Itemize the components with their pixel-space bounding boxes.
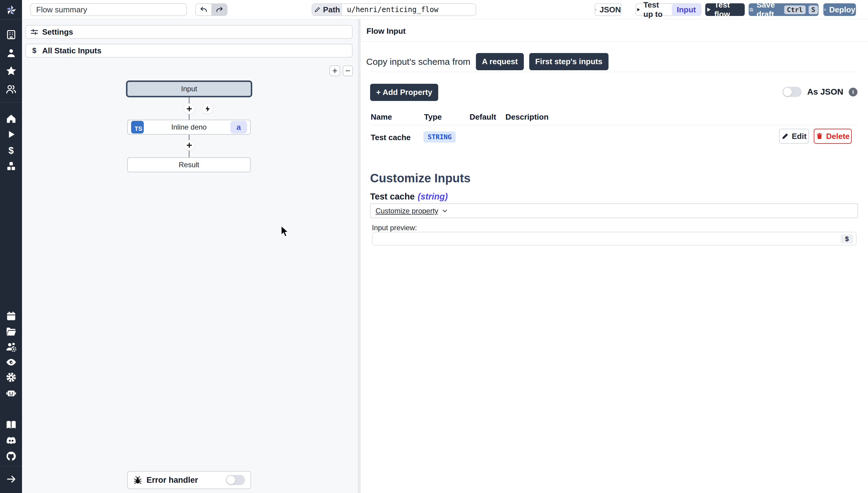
redo-icon [216,6,223,14]
calendar-icon[interactable] [6,311,17,322]
topbar: Path JSON Test up to Input Test flow Sav… [22,0,868,19]
test-up-to-target-badge[interactable]: Input [672,4,701,16]
info-icon[interactable]: i [849,88,858,97]
column-header-name: Name [371,112,392,122]
play-icon[interactable] [6,130,16,139]
zoom-out-label: − [345,66,350,75]
divider [372,72,858,72]
copy-schema-row: Copy input's schema from A request First… [366,53,608,70]
save-icon [824,6,826,13]
bug-icon [133,475,142,485]
all-static-inputs-button[interactable]: $ All Static Inputs [25,44,353,58]
sidebar-divider [0,466,22,466]
test-flow-label: Test flow [714,0,744,19]
cubes-icon[interactable] [6,161,17,172]
test-up-to-button[interactable]: Test up to Input [636,3,701,16]
zoom-out-button[interactable]: − [343,65,353,76]
path-group: Path [312,3,476,16]
robot-icon[interactable] [5,387,17,399]
copy-from-first-step-button[interactable]: First step's inputs [529,53,608,70]
workspace-building-icon[interactable] [6,29,17,40]
eye-icon[interactable] [5,357,17,368]
flow-settings-label: Settings [42,27,73,37]
test-up-to-label: Test up to [644,0,669,19]
pencil-icon [314,6,321,13]
error-handler-label: Error handler [147,475,221,485]
copy-schema-label: Copy input's schema from [366,57,471,67]
zoom-in-button[interactable]: + [329,65,340,76]
delete-button[interactable]: Delete [814,129,852,144]
user-icon[interactable] [6,48,17,59]
test-flow-button[interactable]: Test flow [705,3,745,16]
edit-button[interactable]: Edit [779,129,809,144]
json-button[interactable]: JSON [595,3,622,16]
copy-from-first-step-label: First step's inputs [535,57,603,66]
github-icon[interactable] [5,450,17,462]
panel-splitter[interactable] [358,19,361,493]
mouse-cursor [281,225,292,238]
dollar-icon[interactable]: $ [6,145,17,156]
gear-icon[interactable] [5,371,17,383]
column-header-description: Description [505,112,548,122]
flow-canvas[interactable]: Settings $ All Static Inputs + − Input T… [22,19,358,493]
flow-node-result[interactable]: Result [127,157,251,172]
undo-button[interactable] [196,4,212,15]
windmill-logo-icon[interactable] [5,4,18,17]
field-type: (string) [418,192,448,201]
sidebar-divider [0,102,22,103]
save-draft-label: Save draft [757,0,781,19]
as-json-toggle[interactable] [782,87,802,97]
copy-from-request-label: A request [482,57,518,66]
users-gear-icon[interactable] [5,341,17,352]
add-step-button[interactable] [184,140,195,151]
save-draft-button[interactable]: Save draft Ctrl S [748,3,819,16]
property-type-badge: STRING [424,131,456,143]
play-icon [706,7,711,13]
typescript-badge: TS [131,121,144,133]
discord-icon[interactable] [5,434,17,447]
input-preview-field[interactable] [372,232,856,245]
svg-text:$: $ [32,46,37,55]
column-header-type: Type [424,112,442,122]
flow-settings-button[interactable]: Settings [25,25,353,39]
flow-node-input[interactable]: Input [126,81,252,97]
zoom-in-label: + [332,66,338,75]
json-button-label: JSON [600,5,621,15]
star-icon[interactable] [5,65,17,77]
arrow-right-icon[interactable] [6,474,17,485]
home-icon[interactable] [6,113,17,124]
input-preview-box: $ [372,232,856,245]
add-step-button[interactable] [184,103,195,114]
folder-open-icon[interactable] [5,326,17,337]
as-json-label: As JSON [807,87,843,97]
customize-inputs-title: Customize Inputs [370,171,471,185]
file-export-icon [595,6,596,13]
flow-input-panel: Flow Input Copy input's schema from A re… [361,19,868,493]
play-icon [636,7,641,13]
undo-icon [200,6,208,14]
deploy-label: Deploy [829,5,855,15]
deploy-button[interactable]: Deploy [823,3,856,16]
book-icon[interactable] [5,419,17,431]
users-icon[interactable] [5,84,17,95]
redo-button[interactable] [212,4,227,15]
trigger-bolt-button[interactable] [202,103,213,114]
flow-node-step-label: Inline deno [171,123,207,131]
field-name: Test cache [370,192,415,201]
save-icon [749,6,754,13]
add-property-button[interactable]: + Add Property [370,84,438,101]
flow-node-inline-deno[interactable]: TS Inline deno a [127,120,251,135]
error-handler-toggle[interactable] [226,475,245,485]
dollar-label: $ [845,235,849,243]
customize-property-box: Customize property [370,203,858,218]
path-input[interactable] [342,4,476,15]
error-handler-node[interactable]: Error handler [127,471,251,489]
variable-picker-button[interactable]: $ [841,234,853,243]
customize-property-link[interactable]: Customize property [375,207,438,215]
divider [371,125,858,125]
add-property-label: + Add Property [376,88,432,97]
chevron-down-icon[interactable] [441,207,449,215]
pencil-icon [781,133,789,140]
copy-from-request-button[interactable]: A request [476,53,524,70]
flow-summary-input[interactable] [30,3,187,16]
